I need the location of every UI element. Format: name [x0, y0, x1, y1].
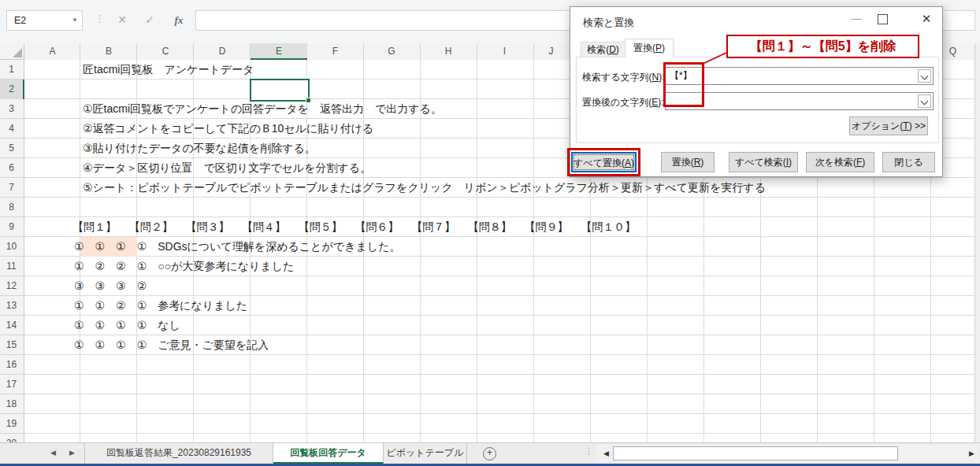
- sheet-tab-bar: ◀ ▶ 回覧板返答結果_20230829161935 回覧板回答データ ピボット…: [0, 442, 980, 464]
- answer-row-10[interactable]: ① ① ① ① SDGsについて理解を深めることができました。: [74, 237, 400, 257]
- find-replace-dialog: 検索と置換 — ✕ 検索(D) 置換(P) 検索する文字列(N): 【*】 置換…: [570, 6, 943, 177]
- tabbar-drag-handle[interactable]: ⋮: [585, 446, 593, 457]
- name-box-value: E2: [14, 15, 26, 26]
- question-header: 【問６】: [355, 217, 411, 237]
- row-header-2-selected[interactable]: 2: [0, 80, 24, 99]
- formula-bar-drag-handle[interactable]: ⋮: [95, 13, 105, 24]
- question-header: 【問３】: [185, 217, 242, 237]
- name-box[interactable]: E2 ▼: [6, 10, 83, 31]
- enter-icon[interactable]: ✓: [138, 10, 161, 31]
- row-header-17[interactable]: 17: [0, 375, 23, 394]
- tab-replace[interactable]: 置換(P): [625, 39, 674, 57]
- minimize-icon[interactable]: —: [845, 10, 868, 28]
- find-all-button[interactable]: すべて検索(I): [729, 152, 798, 172]
- cell-b1[interactable]: 匠tacmi回覧板 アンケートデータ: [83, 60, 254, 80]
- question-header-row[interactable]: 【問１】【問２】【問３】【問４】【問５】【問６】【問７】【問８】【問９】【問１０…: [72, 217, 637, 237]
- sheet-tab-answer-data[interactable]: 回覧板回答データ: [273, 443, 384, 464]
- col-header-j[interactable]: J: [533, 43, 570, 60]
- question-header: 【問７】: [411, 217, 468, 237]
- excel-window: E2 ▼ ⋮ ✕ ✓ fx A B C D E F G H I J Q 1 2 …: [0, 0, 980, 466]
- find-what-label: 検索する文字列(N):: [582, 71, 665, 84]
- row-header-19[interactable]: 19: [0, 414, 23, 434]
- sheet-tab-results[interactable]: 回覧板返答結果_20230829161935: [84, 443, 273, 464]
- answer-row-11[interactable]: ① ② ② ① ○○が大変参考になりました: [74, 257, 294, 276]
- close-button[interactable]: 閉じる: [882, 152, 935, 172]
- answer-row-15[interactable]: ① ① ① ① ご意見・ご要望を記入: [74, 335, 269, 355]
- annotation-callout: 【問１】～【問5】を削除: [726, 35, 919, 58]
- replace-button[interactable]: 置換(R): [661, 152, 715, 172]
- selected-cell-e2[interactable]: [250, 79, 310, 102]
- chevron-down-icon[interactable]: [918, 69, 931, 83]
- col-header-d[interactable]: D: [194, 43, 251, 60]
- row-header-6[interactable]: 6: [0, 158, 23, 178]
- row-header-13[interactable]: 13: [0, 296, 23, 316]
- question-header: 【問１０】: [581, 217, 637, 237]
- row-header-3[interactable]: 3: [0, 99, 23, 119]
- hscroll-thumb[interactable]: [613, 446, 898, 460]
- col-header-i[interactable]: I: [477, 43, 533, 60]
- answer-row-12[interactable]: ③ ③ ③ ②: [74, 276, 147, 296]
- dialog-title: 検索と置換: [583, 16, 634, 30]
- tab-find[interactable]: 検索(D): [581, 42, 625, 57]
- question-header: 【問８】: [468, 217, 525, 237]
- cancel-icon[interactable]: ✕: [110, 10, 134, 31]
- row-header-16[interactable]: 16: [0, 355, 23, 375]
- hscroll-left-icon[interactable]: ◀: [600, 447, 612, 460]
- row-header-11[interactable]: 11: [0, 257, 23, 276]
- col-header-f[interactable]: F: [307, 43, 363, 60]
- replace-with-label: 置換後の文字列(E):: [582, 96, 664, 109]
- row-header-10[interactable]: 10: [0, 237, 23, 257]
- row-header-15[interactable]: 15: [0, 335, 23, 355]
- row-header-14[interactable]: 14: [0, 316, 23, 335]
- horizontal-scrollbar[interactable]: ◀ ▶: [596, 445, 979, 462]
- row-header-1[interactable]: 1: [0, 60, 23, 80]
- cell-b3[interactable]: ①匠tacmi回覧板でアンケートの回答データを 返答出力 で出力する。: [83, 99, 442, 119]
- row-header-8[interactable]: 8: [0, 198, 23, 217]
- select-all-corner[interactable]: [0, 43, 24, 60]
- hscroll-right-icon[interactable]: ▶: [966, 447, 978, 460]
- vertical-scrollbar[interactable]: [974, 43, 980, 442]
- col-header-h[interactable]: H: [420, 43, 477, 60]
- col-header-g[interactable]: G: [363, 43, 420, 60]
- sheet-nav-left-icon[interactable]: ◀: [50, 449, 56, 457]
- sheet-tab-pivot[interactable]: ピボットテーブル: [384, 443, 467, 464]
- answer-row-13[interactable]: ① ① ② ① 参考になりました: [74, 296, 247, 316]
- chevron-down-icon[interactable]: [918, 94, 931, 108]
- col-header-a[interactable]: A: [24, 43, 80, 60]
- row-header-4[interactable]: 4: [0, 119, 23, 139]
- col-header-b[interactable]: B: [80, 43, 137, 60]
- cell-b7[interactable]: ⑤シート：ピボットテーブルでピボットテーブルまたはグラフをクリック リボン＞ピボ…: [83, 178, 766, 198]
- question-header: 【問５】: [299, 217, 355, 237]
- maximize-icon[interactable]: [878, 14, 888, 24]
- find-next-button[interactable]: 次を検索(F): [806, 152, 874, 172]
- sheet-nav-right-icon[interactable]: ▶: [69, 449, 75, 457]
- cell-b4[interactable]: ②返答コメントをコピーして下記のＢ10セルに貼り付ける: [83, 119, 373, 139]
- question-header: 【問４】: [242, 217, 299, 237]
- close-icon[interactable]: ✕: [915, 10, 938, 28]
- row-header-18[interactable]: 18: [0, 394, 23, 414]
- find-what-combobox[interactable]: 【*】: [665, 67, 934, 85]
- answer-row-14[interactable]: ① ① ① ① なし: [74, 316, 180, 335]
- row-header-7[interactable]: 7: [0, 178, 23, 198]
- col-header-c[interactable]: C: [137, 43, 194, 60]
- col-header-e-selected[interactable]: E: [251, 43, 307, 60]
- question-header: 【問２】: [129, 217, 186, 237]
- name-box-dropdown-icon[interactable]: ▼: [72, 11, 78, 30]
- insert-function-icon[interactable]: fx: [167, 10, 191, 31]
- replace-with-combobox[interactable]: [665, 92, 934, 110]
- row-header-12[interactable]: 12: [0, 276, 23, 296]
- add-sheet-icon[interactable]: +: [483, 447, 496, 460]
- question-header: 【問９】: [525, 217, 581, 237]
- row-header-5[interactable]: 5: [0, 139, 23, 158]
- question-header: 【問１】: [72, 217, 129, 237]
- options-button[interactable]: オプション(T) >>: [849, 116, 928, 135]
- row-header-9[interactable]: 9: [0, 217, 23, 237]
- cell-b5[interactable]: ③貼り付けたデータの不要な起債を削除する。: [83, 139, 316, 158]
- annotation-highlight-replace-all: [567, 148, 640, 176]
- cell-b6[interactable]: ④データ＞区切り位置 で区切り文字でセルを分割する。: [83, 158, 371, 178]
- annotation-highlight-inputs: [663, 62, 704, 107]
